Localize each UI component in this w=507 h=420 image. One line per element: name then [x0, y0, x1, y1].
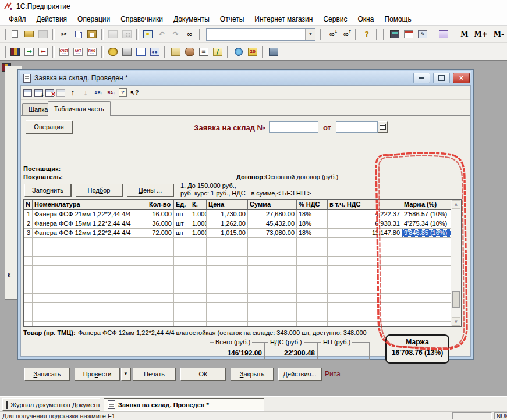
table-cell[interactable] — [248, 312, 297, 321]
table-cell[interactable]: 4'275.34 (10%) — [402, 219, 451, 228]
move-down-icon[interactable] — [80, 88, 91, 97]
table-cell[interactable] — [24, 275, 33, 284]
pko-button[interactable] — [85, 45, 99, 59]
close-button[interactable]: × — [453, 73, 470, 83]
table-cell[interactable]: 27,680.00 — [248, 210, 297, 219]
column-header[interactable]: Номенклатура — [33, 200, 147, 209]
memory-mminus-button[interactable]: M- — [491, 30, 507, 38]
copy-row-icon[interactable] — [56, 89, 65, 97]
table-cell[interactable] — [248, 294, 297, 302]
calendar-button[interactable] — [402, 27, 416, 41]
table-cell[interactable] — [190, 322, 207, 327]
table-cell[interactable] — [248, 247, 297, 256]
outgoing-doc-button[interactable] — [36, 45, 50, 59]
scroll-up-button[interactable]: ∧ — [452, 200, 460, 209]
document-window-titlebar[interactable]: Заявка на склад. Проведен * × — [20, 71, 471, 85]
sort-asc-icon[interactable] — [93, 88, 104, 97]
menu-item[interactable]: Действия — [31, 14, 73, 24]
table-cell[interactable] — [174, 238, 190, 247]
table-cell[interactable] — [33, 303, 147, 312]
table-cell[interactable] — [248, 275, 297, 284]
print-button[interactable]: Печать — [133, 368, 176, 380]
table-cell[interactable]: 11,147.80 — [328, 229, 402, 237]
table-row[interactable]: 2Фанера ФСФ 15мм 1,22*2,44 4/436.000шт1.… — [24, 219, 451, 229]
table-row-empty[interactable] — [24, 284, 451, 294]
table-cell[interactable] — [248, 303, 297, 312]
combobox-dropdown-icon[interactable]: ▼ — [305, 29, 315, 40]
table-cell[interactable]: 1 — [24, 210, 33, 219]
table-cell[interactable]: 4,222.37 — [328, 210, 402, 219]
table-cell[interactable] — [402, 266, 451, 275]
cut-button[interactable] — [57, 27, 71, 41]
table-cell[interactable] — [248, 284, 297, 293]
table-row-empty[interactable] — [24, 238, 451, 247]
table-cell[interactable] — [402, 322, 451, 327]
table-cell[interactable]: 45,432.00 — [248, 219, 297, 228]
table-cell[interactable] — [24, 247, 33, 256]
column-header[interactable]: Маржа (%) — [402, 200, 451, 209]
table-cell[interactable] — [24, 322, 33, 327]
table-cell[interactable] — [207, 322, 248, 327]
delete-row-icon[interactable] — [45, 89, 54, 97]
table-cell[interactable]: Фанера ФСФ 21мм 1,22*2,44 4/4 — [33, 210, 147, 219]
table-cell[interactable] — [402, 275, 451, 284]
table-cell[interactable] — [190, 247, 207, 256]
table-cell[interactable] — [297, 303, 328, 312]
table-cell[interactable] — [190, 257, 207, 265]
table-cell[interactable] — [24, 294, 33, 302]
table-cell[interactable] — [328, 257, 402, 265]
post-button[interactable]: Провести — [75, 368, 120, 380]
table-cell[interactable]: 1,015.00 — [207, 229, 248, 237]
table-cell[interactable] — [328, 266, 402, 275]
table-cell[interactable] — [33, 266, 147, 275]
vertical-scrollbar[interactable]: ∧ ∨ — [451, 200, 461, 326]
workplace-button[interactable] — [267, 45, 281, 59]
help-button[interactable] — [360, 27, 374, 41]
table-cell[interactable] — [33, 294, 147, 302]
table-cell[interactable] — [147, 322, 174, 327]
table-cell[interactable] — [207, 266, 248, 275]
help-topics-icon[interactable] — [119, 88, 127, 97]
table-cell[interactable] — [174, 294, 190, 302]
table-cell[interactable] — [147, 294, 174, 302]
column-header[interactable]: % НДС — [297, 200, 328, 209]
close-doc-button[interactable]: Закрыть — [231, 368, 274, 380]
table-cell[interactable] — [174, 312, 190, 321]
table-cell[interactable]: шт — [174, 219, 190, 228]
table-cell[interactable]: шт — [174, 210, 190, 219]
table-cell[interactable] — [33, 238, 147, 247]
table-cell[interactable] — [33, 284, 147, 293]
table-cell[interactable] — [33, 247, 147, 256]
menu-item[interactable]: Справочники — [115, 14, 168, 24]
table-row-empty[interactable] — [24, 275, 451, 284]
scroll-down-button[interactable]: ∨ — [452, 317, 460, 326]
table-cell[interactable] — [174, 303, 190, 312]
fill-button[interactable]: Заполнить — [24, 184, 71, 197]
table-cell[interactable]: 1.000 — [190, 210, 207, 219]
table-cell[interactable] — [402, 247, 451, 256]
table-cell[interactable] — [207, 257, 248, 265]
table-cell[interactable]: 2'586.57 (10%) — [402, 210, 451, 219]
table-cell[interactable] — [33, 275, 147, 284]
calendar-picker-button[interactable] — [378, 121, 388, 133]
table-cell[interactable] — [174, 284, 190, 293]
find-button[interactable] — [183, 27, 197, 41]
table-row-empty[interactable] — [24, 322, 451, 327]
table-cell[interactable] — [174, 266, 190, 275]
table-row-empty[interactable] — [24, 257, 451, 266]
table-row-empty[interactable] — [24, 312, 451, 322]
table-cell[interactable] — [147, 303, 174, 312]
date-input[interactable] — [336, 121, 378, 133]
print-button[interactable] — [106, 27, 120, 41]
sort-desc-icon[interactable] — [106, 88, 116, 97]
menu-item[interactable]: Операции — [72, 14, 115, 24]
table-cell[interactable] — [190, 284, 207, 293]
table-cell[interactable]: 18% — [297, 210, 328, 219]
context-help-icon[interactable] — [129, 88, 140, 97]
akt-button[interactable] — [71, 45, 85, 59]
table-cell[interactable] — [190, 312, 207, 321]
table-cell[interactable]: 16.000 — [147, 210, 174, 219]
toolbar-grip[interactable] — [3, 29, 6, 40]
prices-button[interactable]: Цены ... — [127, 184, 173, 197]
ledger-button[interactable] — [197, 45, 211, 59]
